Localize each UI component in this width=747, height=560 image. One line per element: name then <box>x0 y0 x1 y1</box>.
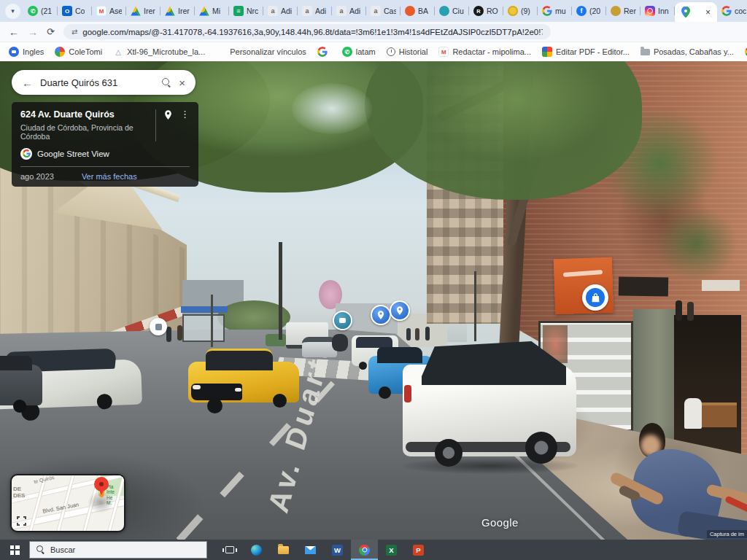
taskbar-search-box[interactable]: Buscar <box>29 541 207 559</box>
tab-drive-2[interactable]: Irer <box>160 0 195 22</box>
powerpoint-button[interactable]: P <box>405 540 432 560</box>
clear-search-icon[interactable]: × <box>179 77 185 89</box>
shelter-sign <box>181 306 228 313</box>
edge-button[interactable] <box>243 540 270 560</box>
tab-rer[interactable]: Rer <box>606 0 640 22</box>
street-view-search-box[interactable]: ← Duarte Quirós 631 × <box>12 70 196 95</box>
minimap[interactable]: te Quirós Blvd. San Juan DE DES Pla Inte… <box>10 474 125 532</box>
tab-search-chevron-icon[interactable]: ▾ <box>5 4 20 19</box>
bookmark-personalizar[interactable]: Personalizar vínculos <box>216 47 306 57</box>
tab-whatsapp[interactable]: (21 <box>23 0 58 22</box>
expand-minimap-icon[interactable] <box>17 516 26 526</box>
more-options-icon[interactable]: ⋮ <box>180 109 190 119</box>
tab-gmail[interactable]: Ase <box>92 0 126 22</box>
tab-google-mu[interactable]: mu <box>538 0 572 22</box>
tab-doc-2[interactable]: Adi <box>298 0 332 22</box>
dark-car-wheel <box>13 400 26 413</box>
reload-icon[interactable]: ⟳ <box>47 26 55 37</box>
windows-icon <box>216 47 226 57</box>
tab-doc-3[interactable]: Adi <box>332 0 366 22</box>
taxi-wheel <box>273 394 287 408</box>
tab-doc-4[interactable]: Cas <box>366 0 400 22</box>
mail-button[interactable] <box>297 540 324 560</box>
place-pin-marker[interactable] <box>390 300 410 321</box>
pedestrian-small <box>406 328 411 341</box>
tab-ba[interactable]: BA <box>400 0 435 22</box>
chrome-icon <box>359 545 370 556</box>
back-icon[interactable]: ← <box>9 27 19 37</box>
pickup-wheel <box>525 432 557 464</box>
bookmark-ingles[interactable]: Ingles <box>9 47 44 57</box>
google-icon <box>721 6 732 16</box>
document-icon <box>302 6 312 16</box>
mail-icon <box>305 546 316 554</box>
more-dates-link[interactable]: Ver más fechas <box>82 172 137 181</box>
tab-google-maps-active[interactable]: × <box>675 2 717 22</box>
place-pin-icon[interactable] <box>163 109 174 120</box>
bookmark-xtl[interactable]: Xtl-96_Microtube_la... <box>113 47 205 57</box>
bookmark-editar-pdf[interactable]: Editar PDF - Editor... <box>542 47 630 57</box>
teal-circle-icon <box>439 6 449 16</box>
search-icon[interactable] <box>162 78 171 88</box>
minimap-area-label: DE DES <box>13 486 25 499</box>
bookmark-redactar[interactable]: Redactar - mipolima... <box>438 47 531 57</box>
excel-button[interactable]: X <box>378 540 405 560</box>
place-pin-marker[interactable] <box>371 305 391 325</box>
bookmark-latam[interactable]: latam <box>342 47 376 57</box>
street-view-brand: Google Street View <box>20 148 190 160</box>
shopping-place-marker[interactable] <box>582 284 608 311</box>
tree-foliage-droop-2 <box>642 192 747 295</box>
file-explorer-button[interactable] <box>270 540 297 560</box>
transit-glyph <box>155 324 162 330</box>
tab-close-icon[interactable]: × <box>705 8 711 17</box>
pin-icon <box>376 310 386 320</box>
whatsapp-icon <box>342 47 352 57</box>
task-view-button[interactable] <box>216 540 243 560</box>
document-icon <box>336 6 347 16</box>
bookmark-coletomi[interactable]: ColeTomi <box>55 47 102 57</box>
taxi-headlight <box>235 388 241 392</box>
multicolor-icon <box>55 47 65 57</box>
instagram-icon <box>645 6 655 16</box>
browser-toolbar: ← → ⟳ ⇄ google.com/maps/@-31.417078,-64.… <box>0 22 747 42</box>
address-bar[interactable]: ⇄ google.com/maps/@-31.417078,-64.193761… <box>63 24 551 39</box>
tab-google-coc[interactable]: coc <box>717 0 747 22</box>
word-button[interactable]: W <box>324 540 351 560</box>
motorcycle <box>332 334 348 351</box>
minimap-location-pin <box>94 477 109 496</box>
tab-outlook[interactable]: Co <box>58 0 92 22</box>
tab-ro[interactable]: RO <box>469 0 503 22</box>
bookmark-google-g[interactable] <box>317 47 331 57</box>
gold-circle-icon <box>611 6 621 16</box>
shelter-glass <box>182 314 225 342</box>
tab-drive-3[interactable]: Mi <box>195 0 229 22</box>
gmail-icon <box>438 47 449 57</box>
taskbar-search-placeholder: Buscar <box>50 545 75 554</box>
tab-doc-1[interactable]: Adi <box>263 0 298 22</box>
tab-drive-1[interactable]: Irer <box>126 0 160 22</box>
blue-car-wheel <box>379 386 391 399</box>
transit-stop-marker[interactable] <box>150 318 167 335</box>
pedestrian-small <box>177 325 182 341</box>
street-view-photo[interactable]: Av. Duarte <box>0 61 747 540</box>
bookmark-posadas-folder[interactable]: Posadas, Cabañas y... <box>640 47 734 56</box>
taxi-cabin <box>206 349 273 370</box>
rainbow-icon <box>542 47 552 57</box>
tab-instagram[interactable]: Inn <box>640 0 675 22</box>
place-marker[interactable] <box>333 311 352 330</box>
forward-icon[interactable]: → <box>28 27 38 37</box>
tab-9[interactable]: (9) <box>503 0 538 22</box>
back-arrow-icon[interactable]: ← <box>22 77 33 89</box>
pickup-wheel <box>435 439 462 467</box>
search-query-text[interactable]: Duarte Quirós 631 <box>40 77 155 88</box>
site-info-icon[interactable]: ⇄ <box>71 28 77 36</box>
chrome-button[interactable] <box>351 540 378 560</box>
pickup-shadow <box>403 458 578 474</box>
suv-wheel <box>96 394 112 410</box>
tab-sheets[interactable]: Nrc <box>229 0 263 22</box>
tab-facebook[interactable]: (20 <box>572 0 606 22</box>
start-button[interactable] <box>0 540 29 560</box>
capture-copyright: Captura de im <box>707 530 747 538</box>
bookmark-historial[interactable]: Historial <box>387 47 428 56</box>
tab-ciu[interactable]: Ciu <box>435 0 469 22</box>
